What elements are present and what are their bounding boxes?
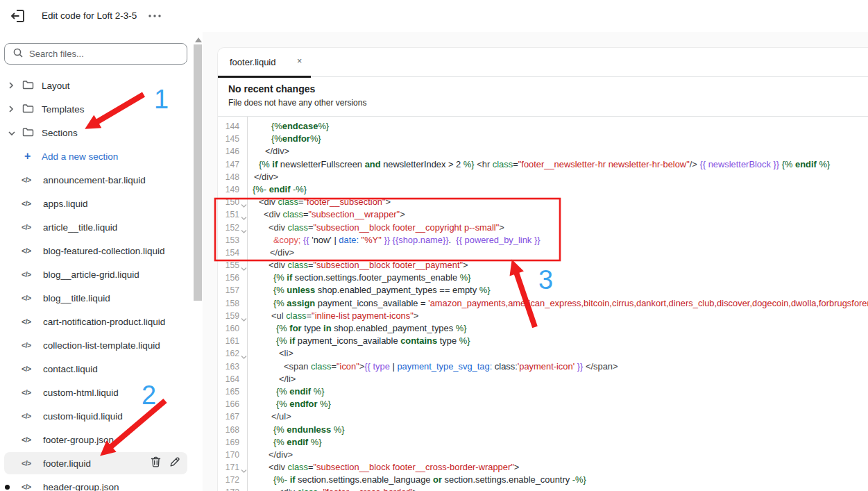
sidebar-file-footer.liquid[interactable]: </>footer.liquid	[0, 451, 193, 475]
code-file-icon: </>	[22, 459, 31, 467]
sidebar-file-blog-featured-collection.liquid[interactable]: </>blog-featured-collection.liquid	[0, 239, 193, 263]
chevron-right-icon[interactable]	[8, 81, 15, 92]
folder-label: Templates	[42, 104, 85, 115]
add-section-label: Add a new section	[42, 151, 118, 162]
sidebar-file-apps.liquid[interactable]: </>apps.liquid	[0, 192, 193, 215]
code-text: </div>	[247, 145, 868, 158]
code-text: </div>	[247, 247, 868, 259]
code-line-165: 165{% endif %}	[218, 385, 868, 398]
line-number: 158	[218, 297, 247, 310]
code-file-icon: </>	[22, 341, 31, 349]
line-number: 165	[218, 385, 247, 398]
line-number: 150	[218, 196, 247, 208]
file-label: blog__article-grid.liquid	[43, 269, 139, 280]
code-text: {% endfor %}	[247, 398, 868, 410]
sidebar-file-footer-group.json[interactable]: </>footer-group.json	[0, 428, 193, 451]
code-text: {% if newsletterFullscreen and newslette…	[247, 158, 868, 171]
line-number: 161	[218, 335, 247, 347]
sidebar-scrollbar[interactable]	[194, 44, 202, 301]
sidebar-folder-sections[interactable]: Sections	[0, 121, 193, 144]
code-text: </li>	[247, 373, 868, 385]
sidebar-file-custom-liquid.liquid[interactable]: </>custom-liquid.liquid	[0, 404, 193, 428]
sidebar-file-blog__article-grid.liquid[interactable]: </>blog__article-grid.liquid	[0, 263, 193, 286]
sidebar-file-collection-list-template.liquid[interactable]: </>collection-list-template.liquid	[0, 333, 193, 357]
exit-icon[interactable]	[10, 8, 26, 24]
code-text: &copy; {{ 'now' | date: "%Y" }} {{shop.n…	[247, 234, 868, 247]
sidebar-file-cart-notification-product.liquid[interactable]: </>cart-notification-product.liquid	[0, 310, 193, 333]
line-number: 163	[218, 360, 247, 373]
code-editor[interactable]: 144{%endcase%}145{%endfor%}146</div>147{…	[218, 117, 868, 491]
more-menu-icon[interactable]	[146, 9, 164, 23]
code-line-172: 172{%- if section.settings.enable_langua…	[218, 474, 868, 486]
sidebar-folder-layout[interactable]: Layout	[0, 74, 193, 97]
code-line-167: 167</ul>	[218, 410, 868, 423]
line-number: 164	[218, 373, 247, 385]
line-number: 144	[218, 120, 247, 133]
code-file-icon: </>	[22, 176, 31, 184]
file-label: cart-notification-product.liquid	[43, 317, 165, 327]
line-number: 159	[218, 310, 247, 322]
file-label: footer.liquid	[43, 458, 91, 469]
file-label: footer-group.json	[43, 435, 114, 445]
code-line-173: 173<div class="footer__cross-border">	[218, 486, 868, 491]
code-line-156: 156{% if section.settings.footer_payment…	[218, 272, 868, 284]
tab-label: footer.liquid	[230, 57, 276, 67]
file-label: blog-featured-collection.liquid	[43, 246, 165, 256]
code-text: {%- endif -%}	[247, 183, 868, 196]
file-label: custom-html.liquid	[43, 388, 119, 398]
sidebar-file-custom-html.liquid[interactable]: </>custom-html.liquid	[0, 381, 193, 404]
add-new-section-button[interactable]: +Add a new section	[0, 144, 193, 168]
code-file-icon: </>	[22, 317, 31, 326]
file-sidebar: LayoutTemplatesSections+Add a new sectio…	[0, 32, 203, 491]
code-text: <div class="subsection__block footer__cr…	[247, 461, 868, 474]
code-line-162: 162<li>	[218, 347, 868, 360]
code-text: <span class="icon">{{ type | payment_typ…	[247, 360, 868, 373]
code-text: {%- if section.settings.enable_language …	[247, 474, 868, 486]
line-number: 145	[218, 133, 247, 145]
chevron-right-icon[interactable]	[8, 105, 15, 115]
code-text: {%endfor%}	[247, 133, 868, 145]
code-text: </ul>	[247, 410, 868, 423]
active-tab-indicator	[218, 76, 311, 78]
code-file-icon: </>	[22, 365, 31, 373]
line-number: 151	[218, 208, 247, 221]
scrollbar-up-arrow[interactable]	[195, 38, 202, 42]
file-label: article__title.liquid	[43, 222, 117, 233]
line-number: 166	[218, 398, 247, 410]
chevron-down-icon[interactable]	[8, 128, 16, 139]
sidebar-file-article__title.liquid[interactable]: </>article__title.liquid	[0, 215, 193, 239]
code-text: <div class="footer__subsection">	[247, 196, 868, 208]
line-number: 173	[218, 486, 247, 491]
folder-icon	[22, 127, 34, 140]
tab-footer-liquid[interactable]: footer.liquid ×	[218, 48, 311, 77]
code-text: </div>	[247, 171, 868, 183]
line-number: 162	[218, 347, 247, 360]
file-label: announcement-bar.liquid	[43, 175, 146, 185]
code-file-icon: </>	[22, 199, 31, 208]
gutter-divider	[247, 117, 248, 491]
line-number: 148	[218, 171, 247, 183]
sidebar-file-announcement-bar.liquid[interactable]: </>announcement-bar.liquid	[0, 168, 193, 192]
sidebar-folder-templates[interactable]: Templates	[0, 97, 193, 121]
sidebar-file-contact.liquid[interactable]: </>contact.liquid	[0, 357, 193, 381]
line-number: 169	[218, 436, 247, 449]
search-files-box[interactable]	[4, 43, 187, 65]
folder-label: Layout	[42, 81, 70, 91]
code-file-icon: </>	[22, 412, 31, 420]
tab-close-icon[interactable]: ×	[297, 56, 302, 66]
sidebar-file-header-group.json[interactable]: </>header-group.json	[0, 475, 193, 491]
code-file-icon: </>	[22, 435, 31, 444]
line-number: 154	[218, 247, 247, 259]
code-text: <div class="subsection__block footer__co…	[247, 222, 868, 234]
code-line-161: 161{% if payment_icons_available contain…	[218, 335, 868, 347]
code-text: {% endif %}	[247, 385, 868, 398]
code-line-164: 164</li>	[218, 373, 868, 385]
code-line-169: 169{% endif %}	[218, 436, 868, 449]
top-bar: Edit code for Loft 2-3-5	[0, 0, 868, 32]
search-input[interactable]	[29, 49, 171, 59]
delete-file-icon[interactable]	[151, 456, 161, 470]
code-line-160: 160{% for type in shop.enabled_payment_t…	[218, 322, 868, 335]
sidebar-file-blog__title.liquid[interactable]: </>blog__title.liquid	[0, 286, 193, 310]
rename-file-icon[interactable]	[169, 456, 180, 470]
folder-icon	[22, 103, 34, 116]
